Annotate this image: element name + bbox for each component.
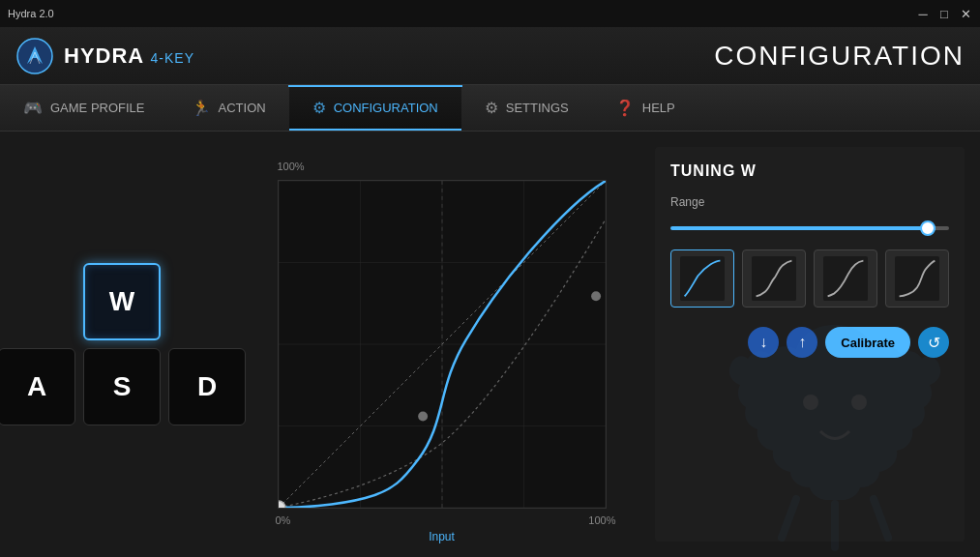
configuration-icon: ⚙ (312, 99, 326, 117)
action-buttons: ↓ ↑ Calibrate ↺ (670, 327, 949, 358)
chart-x-label-input: Input (429, 530, 455, 543)
curve-presets (670, 249, 949, 308)
keys-panel: W A S D (15, 147, 228, 542)
chart-container: 100% (278, 180, 607, 509)
curve-preset-3[interactable] (814, 249, 877, 308)
nav-label-action: ACTION (219, 101, 266, 115)
sidebar-item-settings[interactable]: ⚙ SETTINGS (461, 85, 592, 131)
range-slider[interactable] (670, 226, 949, 230)
nav-label-configuration: CONFIGURATION (334, 101, 438, 115)
calibrate-button[interactable]: Calibrate (825, 327, 910, 358)
sidebar-item-action[interactable]: 🏃 ACTION (168, 85, 289, 131)
chart-svg (278, 180, 607, 509)
main-content: W A S D 100% (0, 132, 980, 557)
close-button[interactable]: ✕ (959, 7, 972, 20)
page-title: CONFIGURATION (714, 41, 965, 72)
decrease-button[interactable]: ↓ (748, 327, 779, 358)
curve-preset-2[interactable] (742, 249, 806, 308)
game-profile-icon: 🎮 (23, 99, 43, 117)
tuning-title: TUNING W (670, 162, 949, 180)
action-icon: 🏃 (192, 99, 211, 117)
tuning-panel: TUNING W Range (655, 147, 965, 542)
chart-x-label-right: 100% (588, 514, 615, 526)
curve-preset-4[interactable] (885, 249, 949, 308)
title-bar: Hydra 2.0 ─ □ ✕ (0, 0, 980, 27)
range-label: Range (670, 195, 949, 209)
nav-label-game-profile: GAME PROFILE (50, 101, 145, 115)
logo-text: HYDRA 4-KEY (64, 44, 194, 69)
chart-area: 100% (244, 147, 639, 542)
title-bar-controls: ─ □ ✕ (916, 7, 972, 20)
maximize-button[interactable]: □ (937, 7, 951, 20)
key-a[interactable]: A (0, 348, 75, 425)
logo-subtext: 4-KEY (151, 50, 194, 66)
help-icon: ❓ (615, 99, 635, 117)
logo: HYDRA 4-KEY (15, 37, 194, 75)
nav-label-settings: SETTINGS (506, 101, 569, 115)
nav: 🎮 GAME PROFILE 🏃 ACTION ⚙ CONFIGURATION … (0, 85, 980, 132)
title-bar-title: Hydra 2.0 (8, 8, 54, 19)
chart-x-label-left: 0% (276, 514, 291, 526)
key-d[interactable]: D (168, 348, 246, 425)
increase-button[interactable]: ↑ (787, 327, 817, 358)
svg-point-13 (418, 412, 428, 422)
settings-icon: ⚙ (485, 99, 498, 117)
key-w[interactable]: W (83, 263, 161, 340)
curve-preset-1[interactable] (670, 249, 734, 308)
minimize-button[interactable]: ─ (916, 7, 930, 20)
reset-button[interactable]: ↺ (918, 327, 949, 358)
logo-icon (15, 37, 54, 75)
sidebar-item-game-profile[interactable]: 🎮 GAME PROFILE (0, 85, 168, 131)
range-slider-container (670, 217, 949, 234)
key-s[interactable]: S (83, 348, 161, 425)
key-row-top: W (83, 263, 161, 340)
key-row-bottom: A S D (0, 348, 246, 425)
sidebar-item-help[interactable]: ❓ HELP (592, 85, 698, 131)
chart-y-label-top: 100% (278, 161, 305, 172)
header: HYDRA 4-KEY CONFIGURATION (0, 27, 980, 85)
sidebar-item-configuration[interactable]: ⚙ CONFIGURATION (289, 85, 461, 131)
svg-point-14 (591, 291, 601, 301)
nav-label-help: HELP (642, 101, 675, 115)
